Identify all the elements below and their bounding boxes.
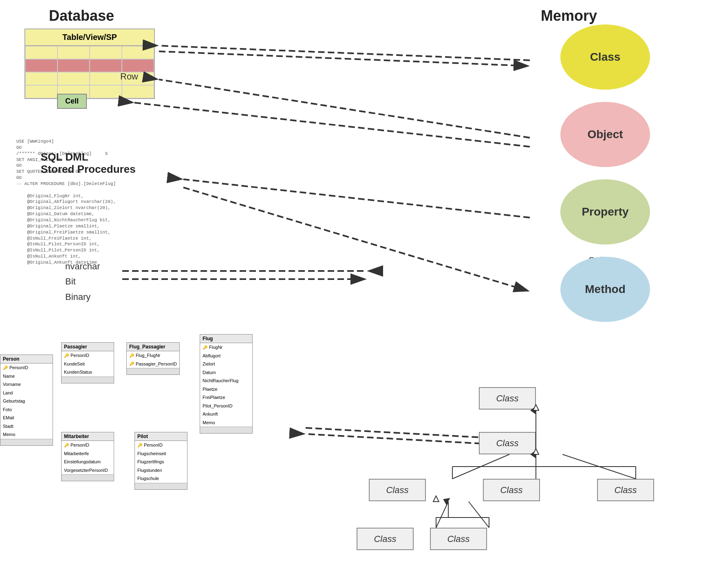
schema-row: FreiPlaetze [200, 393, 252, 402]
class-box-mid: Class [479, 432, 536, 454]
schema-row: Geburtstag [0, 397, 53, 405]
sql-sp-label: Stored Procedures [41, 163, 136, 176]
datatype-binary: Binary [65, 289, 100, 304]
schema-row: Flugstunden [135, 466, 187, 475]
arrow-sp-method [183, 187, 530, 291]
schema-row: VorgesetzterPersonID [62, 466, 114, 475]
row-label: Row [120, 71, 138, 82]
class-box-l2-left: Class [369, 479, 426, 501]
conn-l2l-l1 [452, 454, 509, 479]
schema-person-header: Person [0, 355, 53, 363]
arrow-property-sp [183, 179, 530, 218]
schema-row: Flugzertifings [135, 458, 187, 466]
schema-row: Plaetze [200, 385, 252, 394]
schema-row: Mitarbeiterfe [62, 449, 114, 458]
schema-flug-header: Flug [200, 335, 252, 343]
class-box-top: Class [479, 387, 536, 410]
schema-row: Stadt [0, 422, 53, 431]
schema-row: 🔑PersonID [135, 441, 187, 449]
schema-flug-passagier-header: Flug_Passagier [127, 343, 179, 351]
schema-row: EMail [0, 414, 53, 422]
schema-row: Datum [200, 368, 252, 377]
table-header: Table/View/SP [24, 29, 155, 46]
schema-row: Memo [200, 418, 252, 427]
schema-row: 🔑PersonID [0, 363, 53, 372]
schema-row-empty [0, 439, 53, 445]
db-cell [90, 46, 122, 59]
schema-mitarbeiter: Mitarbeiter 🔑PersonID Mitarbeiterfe Eins… [61, 432, 114, 481]
arrow-object-cell [134, 103, 530, 147]
oval-method: Method [560, 257, 650, 322]
class-box-l2-right: Class [597, 479, 654, 501]
schema-row-empty [135, 483, 187, 489]
schema-row: KundenStatus [62, 368, 114, 377]
db-cell [90, 59, 122, 72]
schema-row-empty [200, 427, 252, 433]
db-datatypes: nvarchar Bit Binary [65, 259, 100, 304]
db-cell [122, 59, 154, 72]
oval-class: Class [560, 24, 650, 90]
class-box-l3-right: Class [430, 528, 487, 550]
db-cell [25, 72, 57, 85]
schema-row: 🔑Passagier_PersonID [127, 360, 179, 368]
database-title: Database [49, 7, 114, 24]
schema-row: 🔑PersonID [62, 441, 114, 449]
class-box-l3-left: Class [357, 528, 414, 550]
schema-row: Flugscheinseit [135, 449, 187, 458]
schema-mitarbeiter-header: Mitarbeiter [62, 432, 114, 441]
conn-l3l-l2l [436, 502, 448, 528]
schema-flug: Flug 🔑FlugNr Abflugort Zielort Datum Nic… [200, 334, 253, 434]
schema-row: Zielort [200, 360, 252, 368]
arrow-table-class [159, 51, 530, 66]
schema-row: 🔑Flug_FlugNr [127, 351, 179, 360]
schema-row: KundeSeit [62, 360, 114, 368]
schema-row: Land [0, 389, 53, 397]
cell-label: Cell [57, 94, 87, 109]
db-cell [90, 85, 122, 98]
db-cell [57, 46, 90, 59]
db-cell [25, 59, 57, 72]
oval-property: Property [560, 179, 650, 244]
schema-passagier: Passagier 🔑PersonID KundeSeit KundenStat… [61, 342, 114, 383]
schema-pilot: Pilot 🔑PersonID Flugscheinseit Flugzerti… [134, 432, 187, 490]
datatype-bit: Bit [65, 274, 100, 289]
schema-row: Ankunft [200, 410, 252, 418]
schema-person: Person 🔑PersonID Name Vorname Land Gebur… [0, 355, 53, 446]
db-cell [57, 72, 90, 85]
sql-dml-label: SQL DML [41, 151, 88, 163]
memory-title: Memory [541, 7, 597, 24]
schema-row: Vorname [0, 380, 53, 389]
conn-l3r-l2l [469, 502, 489, 528]
oval-object: Object [560, 102, 650, 167]
conn-l2r-l1 [562, 454, 636, 479]
schema-row: NichtRaucherFlug [200, 377, 252, 385]
db-table: Table/View/SP [24, 29, 155, 99]
db-cell [25, 85, 57, 98]
class-box-l2-mid: Class [483, 479, 540, 501]
schema-row-empty [62, 474, 114, 481]
arrow-class-table [159, 46, 530, 60]
db-cell [90, 72, 122, 85]
schema-pilot-header: Pilot [135, 432, 187, 441]
schema-row-empty [62, 377, 114, 383]
schema-row: Einstellungsdatum [62, 458, 114, 466]
db-cell [122, 46, 154, 59]
schema-row: Memo [0, 430, 53, 439]
db-cell [122, 85, 154, 98]
schema-passagier-header: Passagier [62, 343, 114, 351]
schema-row: Pilot_PersonID [200, 402, 252, 410]
schema-row: 🔑FlugNr [200, 343, 252, 352]
schema-row: Name [0, 372, 53, 381]
db-cell [57, 59, 90, 72]
schema-row: Foto [0, 405, 53, 414]
schema-row: Flugschule [135, 474, 187, 483]
schema-row: 🔑PersonID [62, 351, 114, 360]
schema-row-empty [127, 368, 179, 374]
schema-flug-passagier: Flug_Passagier 🔑Flug_FlugNr 🔑Passagier_P… [126, 342, 180, 375]
schema-row: Abflugort [200, 352, 252, 360]
arrow-object-row [159, 79, 530, 138]
datatype-nvarchar: nvarchar [65, 259, 100, 274]
conn-arrowhead-l3l [433, 496, 439, 502]
db-cell [25, 46, 57, 59]
